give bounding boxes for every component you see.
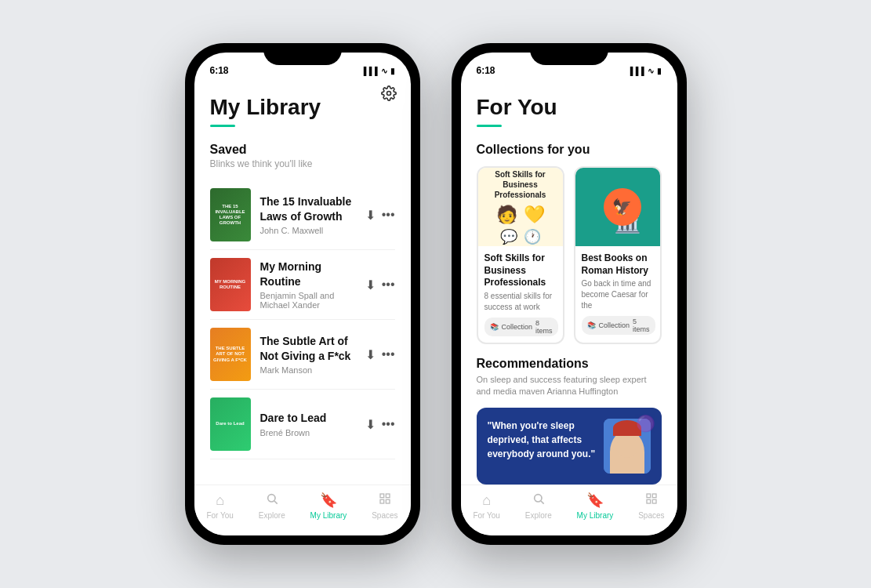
status-icons-right: ▐▐▐ ∿ ▮: [627, 67, 661, 75]
book-title-3: The Subtle Art of Not Giving a F*ck: [260, 334, 356, 362]
book-author-3: Mark Manson: [260, 365, 356, 375]
title-underline-left: [210, 125, 235, 127]
book-item-3[interactable]: THE SUBTLE ART OF NOT GIVING A F*CK The …: [210, 320, 395, 390]
search-icon-right: [532, 492, 545, 509]
book-info-3: The Subtle Art of Not Giving a F*ck Mark…: [260, 334, 356, 374]
notch-right: [530, 43, 608, 65]
nav-label-library-left: My Library: [310, 511, 347, 520]
spaces-icon-left: [379, 492, 391, 509]
bookmark-icon-right: 🔖: [586, 492, 604, 509]
wifi-icon-right: ∿: [648, 67, 654, 75]
nav-label-spaces-left: Spaces: [372, 511, 397, 520]
nav-label-for-you-left: For You: [206, 511, 233, 520]
svg-point-1: [267, 494, 274, 501]
nav-label-spaces-right: Spaces: [638, 511, 664, 520]
settings-button[interactable]: [381, 85, 397, 105]
bottom-nav-right: ⌂ For You Explore 🔖 My Library: [461, 485, 677, 535]
nav-library-right[interactable]: 🔖 My Library: [577, 492, 614, 520]
collection-badge-label-roman: Collection: [599, 321, 630, 329]
more-button-2[interactable]: •••: [382, 278, 395, 292]
recommendations-subtitle: On sleep and success featuring sleep exp…: [477, 374, 662, 398]
svg-rect-4: [386, 494, 390, 498]
collections-row: Soft Skills for Business Professionals 🧑…: [477, 166, 662, 344]
phone-left: 6:18 ▐▐▐ ∿ ▮ My Library Saved Blinks we …: [185, 43, 420, 545]
nav-explore-right[interactable]: Explore: [525, 492, 552, 520]
title-underline-right: [477, 125, 502, 127]
book-title-4: Dare to Lead: [260, 411, 356, 425]
signal-icon-right: ▐▐▐: [627, 67, 644, 75]
phone-right: 6:18 ▐▐▐ ∿ ▮ For You Collections for you…: [452, 43, 687, 545]
time-right: 6:18: [477, 65, 495, 76]
collection-badge-icon-soft: 📚: [490, 323, 499, 331]
home-icon-right: ⌂: [482, 492, 491, 509]
collection-desc-soft: 8 essential skills for success at work: [484, 291, 557, 313]
nav-label-explore-right: Explore: [525, 511, 552, 520]
collection-badge-icon-roman: 📚: [587, 321, 596, 329]
nav-for-you-left[interactable]: ⌂ For You: [206, 492, 233, 520]
saved-section-subtitle: Blinks we think you'll like: [210, 158, 395, 169]
book-actions-3: ⬇ •••: [365, 347, 395, 362]
nav-label-explore-left: Explore: [259, 511, 285, 520]
book-cover-2: MY MORNING ROUTINE: [210, 258, 251, 311]
book-title-1: The 15 Invaluable Laws of Growth: [260, 194, 356, 223]
svg-rect-11: [647, 499, 651, 503]
nav-explore-left[interactable]: Explore: [259, 492, 285, 520]
book-actions-4: ⬇ •••: [365, 417, 395, 432]
collection-name-soft: Soft Skills for Business Professionals: [484, 252, 557, 289]
collection-badge-soft: 📚 Collection 8 items: [484, 318, 558, 336]
search-icon-left: [266, 492, 278, 509]
svg-point-7: [534, 494, 541, 501]
bookmark-icon-left: 🔖: [320, 492, 337, 509]
page-title-library: My Library: [210, 95, 395, 120]
spaces-icon-right: [645, 492, 658, 509]
book-cover-4: Dare to Lead: [210, 397, 251, 451]
book-info-2: My Morning Routine Benjamin Spall and Mi…: [260, 260, 356, 309]
recommendations-title: Recommendations: [477, 357, 662, 371]
nav-spaces-right[interactable]: Spaces: [638, 492, 664, 520]
download-button-2[interactable]: ⬇: [365, 278, 376, 292]
nav-label-library-right: My Library: [577, 511, 614, 520]
more-button-1[interactable]: •••: [382, 208, 395, 222]
book-info-1: The 15 Invaluable Laws of Growth John C.…: [260, 194, 356, 234]
collection-badge-label-soft: Collection: [502, 323, 533, 331]
wifi-icon: ∿: [381, 67, 387, 75]
collections-section-title: Collections for you: [477, 143, 662, 157]
svg-line-8: [541, 501, 544, 504]
collection-desc-roman: Go back in time and become Caesar for th…: [582, 278, 654, 311]
book-author-4: Brené Brown: [260, 428, 356, 437]
quote-card[interactable]: "When you're sleep deprived, that affect…: [477, 408, 662, 485]
svg-rect-10: [652, 494, 656, 498]
book-actions-2: ⬇ •••: [365, 278, 395, 292]
download-button-1[interactable]: ⬇: [365, 208, 376, 223]
balloon-icon: 🟣: [636, 414, 655, 433]
more-button-3[interactable]: •••: [382, 347, 395, 361]
download-button-3[interactable]: ⬇: [365, 347, 376, 362]
book-item-4[interactable]: Dare to Lead Dare to Lead Brené Brown ⬇ …: [210, 390, 395, 459]
nav-spaces-left[interactable]: Spaces: [372, 492, 397, 520]
book-item-1[interactable]: THE 15 INVALUABLE LAWS OF GROWTH The 15 …: [210, 180, 395, 250]
nav-for-you-right[interactable]: ⌂ For You: [473, 492, 499, 520]
status-icons-left: ▐▐▐ ∿ ▮: [361, 67, 394, 75]
svg-rect-5: [380, 499, 384, 503]
book-cover-1: THE 15 INVALUABLE LAWS OF GROWTH: [210, 188, 251, 241]
download-button-4[interactable]: ⬇: [365, 417, 376, 432]
more-button-4[interactable]: •••: [382, 417, 395, 431]
collection-card-soft[interactable]: Soft Skills for Business Professionals 🧑…: [477, 166, 564, 344]
notch-left: [263, 43, 342, 65]
svg-rect-3: [380, 494, 384, 498]
collection-badge-count-roman: 5 items: [633, 318, 650, 333]
collection-badge-count-soft: 8 items: [535, 319, 553, 335]
collection-card-roman[interactable]: 🦅 🏛️ Best Books on Roman History Go back…: [574, 166, 662, 344]
collection-badge-roman: 📚 Collection 5 items: [582, 316, 655, 335]
svg-rect-6: [386, 499, 390, 503]
book-author-1: John C. Maxwell: [260, 226, 356, 235]
book-title-2: My Morning Routine: [260, 260, 356, 288]
book-item-2[interactable]: MY MORNING ROUTINE My Morning Routine Be…: [210, 250, 395, 320]
collection-info-roman: Best Books on Roman History Go back in t…: [575, 246, 660, 341]
nav-library-left[interactable]: 🔖 My Library: [310, 492, 347, 520]
svg-line-2: [274, 501, 278, 504]
book-author-2: Benjamin Spall and Michael Xander: [260, 291, 356, 310]
home-icon-left: ⌂: [216, 492, 224, 509]
collection-image-soft: Soft Skills for Business Professionals 🧑…: [478, 168, 563, 246]
svg-rect-12: [652, 499, 656, 503]
